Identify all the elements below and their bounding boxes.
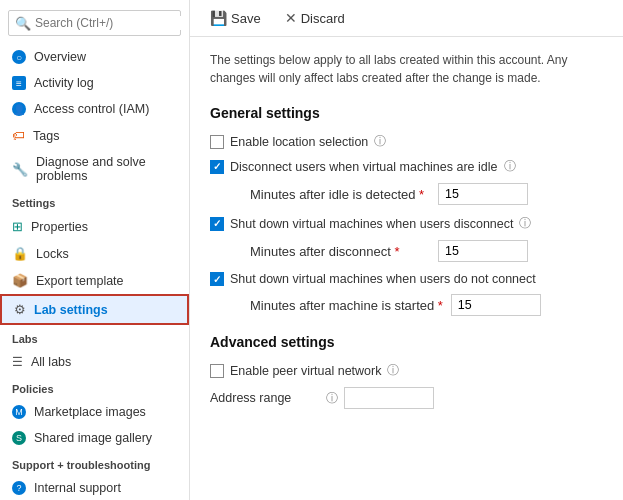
main-content: 💾 Save ✕ Discard The settings below appl… <box>190 0 623 500</box>
general-settings-title: General settings <box>210 105 603 121</box>
search-icon: 🔍 <box>15 16 31 31</box>
minutes-idle-required: * <box>419 187 424 202</box>
disconnect-users-checkbox[interactable] <box>210 160 224 174</box>
shutdown-no-connect-checkbox[interactable] <box>210 272 224 286</box>
all-labs-icon: ☰ <box>12 355 23 369</box>
minutes-disconnect-required: * <box>394 244 399 259</box>
search-bar[interactable]: 🔍 » <box>8 10 181 36</box>
shutdown-disconnect-row: Shut down virtual machines when users di… <box>210 215 603 232</box>
enable-location-row: Enable location selection ⓘ <box>210 133 603 150</box>
shutdown-no-connect-row: Shut down virtual machines when users do… <box>210 272 603 286</box>
sidebar-item-shared-image-gallery[interactable]: S Shared image gallery <box>0 425 189 451</box>
minutes-started-row: Minutes after machine is started * <box>250 294 603 316</box>
minutes-started-required: * <box>438 298 443 313</box>
internal-support-icon: ? <box>12 481 26 495</box>
sidebar-item-tags-label: Tags <box>33 129 59 143</box>
sidebar-item-locks-label: Locks <box>36 247 69 261</box>
activity-log-icon: ≡ <box>12 76 26 90</box>
enable-location-label: Enable location selection <box>230 135 368 149</box>
enable-peer-vnet-checkbox[interactable] <box>210 364 224 378</box>
sidebar-item-tags[interactable]: 🏷 Tags <box>0 122 189 149</box>
minutes-idle-input[interactable] <box>438 183 528 205</box>
overview-icon: ○ <box>12 50 26 64</box>
minutes-disconnect-label: Minutes after disconnect * <box>250 244 430 259</box>
search-input[interactable] <box>35 16 185 30</box>
sidebar-item-diagnose-label: Diagnose and solve problems <box>36 155 177 183</box>
top-bar: 💾 Save ✕ Discard <box>190 0 623 37</box>
address-range-row: Address range ⓘ <box>210 387 603 409</box>
sidebar-item-export-template[interactable]: 📦 Export template <box>0 267 189 294</box>
properties-icon: ⊞ <box>12 219 23 234</box>
disconnect-users-label: Disconnect users when virtual machines a… <box>230 160 498 174</box>
sidebar-item-lab-settings[interactable]: ⚙ Lab settings <box>0 294 189 325</box>
support-section-label: Support + troubleshooting <box>0 451 189 475</box>
sidebar-item-export-template-label: Export template <box>36 274 124 288</box>
labs-section-label: Labs <box>0 325 189 349</box>
diagnose-icon: 🔧 <box>12 162 28 177</box>
sidebar-item-properties[interactable]: ⊞ Properties <box>0 213 189 240</box>
advanced-settings-section: Advanced settings Enable peer virtual ne… <box>210 334 603 409</box>
save-icon: 💾 <box>210 10 227 26</box>
disconnect-users-row: Disconnect users when virtual machines a… <box>210 158 603 175</box>
save-button[interactable]: 💾 Save <box>206 8 265 28</box>
shutdown-no-connect-label: Shut down virtual machines when users do… <box>230 272 536 286</box>
sidebar-item-lab-settings-label: Lab settings <box>34 303 108 317</box>
sidebar-item-access-control-label: Access control (IAM) <box>34 102 149 116</box>
sidebar-item-activity-log-label: Activity log <box>34 76 94 90</box>
discard-icon: ✕ <box>285 10 297 26</box>
lab-settings-icon: ⚙ <box>14 302 26 317</box>
address-range-label: Address range <box>210 391 320 405</box>
sidebar-item-diagnose[interactable]: 🔧 Diagnose and solve problems <box>0 149 189 189</box>
marketplace-images-icon: M <box>12 405 26 419</box>
export-template-icon: 📦 <box>12 273 28 288</box>
sidebar-item-locks[interactable]: 🔒 Locks <box>0 240 189 267</box>
sidebar-item-internal-support[interactable]: ? Internal support <box>0 475 189 500</box>
minutes-started-input[interactable] <box>451 294 541 316</box>
minutes-idle-label: Minutes after idle is detected * <box>250 187 430 202</box>
sidebar-item-marketplace-images-label: Marketplace images <box>34 405 146 419</box>
shutdown-disconnect-label: Shut down virtual machines when users di… <box>230 217 513 231</box>
sidebar-item-access-control[interactable]: 👤 Access control (IAM) <box>0 96 189 122</box>
sidebar-item-all-labs[interactable]: ☰ All labs <box>0 349 189 375</box>
advanced-settings-title: Advanced settings <box>210 334 603 350</box>
minutes-disconnect-input[interactable] <box>438 240 528 262</box>
sidebar-item-activity-log[interactable]: ≡ Activity log <box>0 70 189 96</box>
minutes-disconnect-row: Minutes after disconnect * <box>250 240 603 262</box>
sidebar-item-overview-label: Overview <box>34 50 86 64</box>
shared-image-gallery-icon: S <box>12 431 26 445</box>
address-range-info-icon[interactable]: ⓘ <box>326 390 338 407</box>
minutes-idle-row: Minutes after idle is detected * <box>250 183 603 205</box>
shutdown-disconnect-info-icon[interactable]: ⓘ <box>519 215 531 232</box>
sidebar-item-marketplace-images[interactable]: M Marketplace images <box>0 399 189 425</box>
sidebar-item-internal-support-label: Internal support <box>34 481 121 495</box>
intro-text: The settings below apply to all labs cre… <box>210 51 603 87</box>
settings-section-label: Settings <box>0 189 189 213</box>
access-control-icon: 👤 <box>12 102 26 116</box>
sidebar-item-properties-label: Properties <box>31 220 88 234</box>
enable-peer-vnet-label: Enable peer virtual network <box>230 364 381 378</box>
tags-icon: 🏷 <box>12 128 25 143</box>
locks-icon: 🔒 <box>12 246 28 261</box>
sidebar: 🔍 » ○ Overview ≡ Activity log 👤 Access c… <box>0 0 190 500</box>
sidebar-item-shared-image-gallery-label: Shared image gallery <box>34 431 152 445</box>
sidebar-item-overview[interactable]: ○ Overview <box>0 44 189 70</box>
enable-peer-vnet-row: Enable peer virtual network ⓘ <box>210 362 603 379</box>
enable-location-checkbox[interactable] <box>210 135 224 149</box>
content-area: The settings below apply to all labs cre… <box>190 37 623 500</box>
sidebar-item-all-labs-label: All labs <box>31 355 71 369</box>
enable-peer-vnet-info-icon[interactable]: ⓘ <box>387 362 399 379</box>
address-range-input[interactable] <box>344 387 434 409</box>
policies-section-label: Policies <box>0 375 189 399</box>
minutes-started-label: Minutes after machine is started * <box>250 298 443 313</box>
shutdown-disconnect-checkbox[interactable] <box>210 217 224 231</box>
discard-button[interactable]: ✕ Discard <box>281 8 349 28</box>
disconnect-users-info-icon[interactable]: ⓘ <box>504 158 516 175</box>
enable-location-info-icon[interactable]: ⓘ <box>374 133 386 150</box>
